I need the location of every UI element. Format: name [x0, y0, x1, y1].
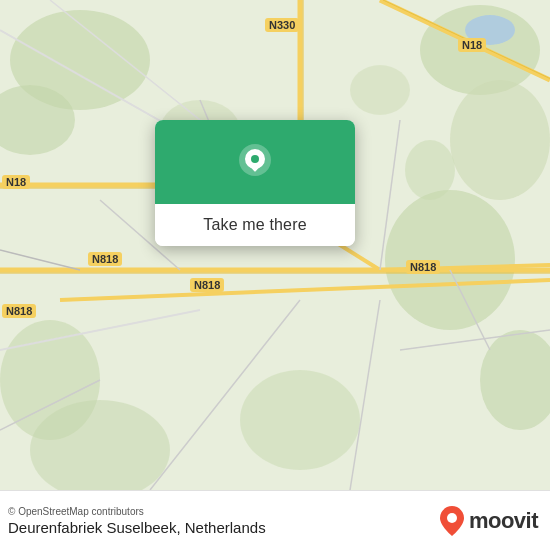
take-me-there-button[interactable]: Take me there — [155, 204, 355, 246]
road-label-n818-farleft: N818 — [2, 304, 36, 318]
osm-attribution: © OpenStreetMap contributors — [8, 506, 266, 517]
map-container: N330 N18 N18 N818 N818 N818 N818 N818 Ta… — [0, 0, 550, 490]
road-label-n818-bottom: N818 — [190, 278, 224, 292]
svg-point-4 — [450, 80, 550, 200]
moovit-pin-icon — [439, 506, 465, 536]
popup-card: Take me there — [155, 120, 355, 246]
bottom-bar: © OpenStreetMap contributors Deurenfabri… — [0, 490, 550, 550]
location-pin-icon — [233, 142, 277, 186]
road-label-n18-top: N18 — [458, 38, 486, 52]
svg-point-11 — [350, 65, 410, 115]
popup-icon-area — [155, 120, 355, 204]
road-label-n18-left: N18 — [2, 175, 30, 189]
svg-point-12 — [405, 140, 455, 200]
svg-point-39 — [251, 155, 259, 163]
moovit-logo: moovit — [439, 506, 538, 536]
road-label-n818-right: N818 — [406, 260, 440, 274]
location-name: Deurenfabriek Suselbeek, Netherlands — [8, 519, 266, 536]
svg-point-5 — [385, 190, 515, 330]
svg-point-40 — [447, 513, 457, 523]
bottom-left-info: © OpenStreetMap contributors Deurenfabri… — [8, 506, 266, 536]
road-label-n818-left: N818 — [88, 252, 122, 266]
road-label-n330: N330 — [265, 18, 299, 32]
moovit-text: moovit — [469, 508, 538, 534]
svg-point-9 — [240, 370, 360, 470]
